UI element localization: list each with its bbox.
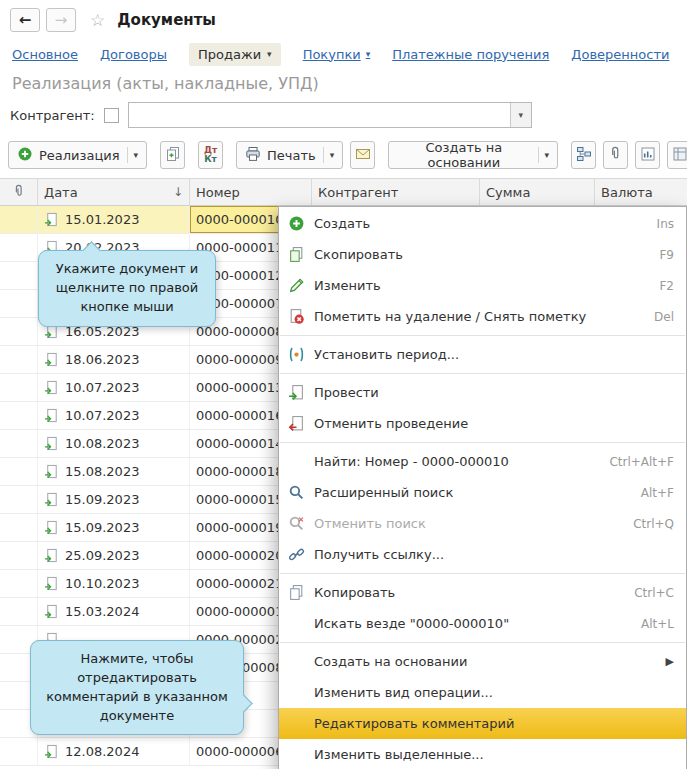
nav-tab-5[interactable]: Платежные поручения	[392, 47, 549, 62]
report-icon	[640, 146, 656, 165]
menu-item-14[interactable]: Получить ссылку...	[279, 539, 686, 570]
menu-item-11[interactable]: Найти: Номер - 0000-000010Ctrl+Alt+F	[279, 446, 686, 477]
date-value: 15.01.2023	[65, 212, 139, 227]
nav-tab-3[interactable]: Продажи▾	[189, 43, 281, 66]
forward-button[interactable]: →	[46, 8, 76, 32]
menu-item-8[interactable]: Провести	[279, 377, 686, 408]
copy-icon	[287, 584, 305, 602]
counterparty-filter-checkbox[interactable]	[104, 108, 119, 123]
sum-column-header[interactable]: Сумма	[480, 179, 595, 205]
back-button[interactable]: ←	[10, 8, 40, 32]
dropdown-arrow-icon: ▾	[538, 147, 550, 163]
date-cell: 10.10.2023	[38, 570, 190, 597]
nav-tab-4[interactable]: Покупки▾	[303, 47, 371, 62]
attachments-button[interactable]	[603, 141, 628, 169]
menu-item-12[interactable]: Расширенный поискAlt+F	[279, 477, 686, 508]
menu-item-4[interactable]: Пометить на удаление / Снять пометкуDel	[279, 301, 686, 332]
counterparty-column-label: Контрагент	[318, 185, 398, 200]
grid-icon	[672, 146, 687, 165]
printer-icon	[245, 146, 261, 165]
counterparty-filter-input[interactable]	[129, 103, 510, 127]
attach-cell	[0, 290, 38, 317]
nav-tab-label: Договоры	[100, 47, 167, 62]
copy-document-button[interactable]	[160, 141, 185, 169]
plus-circle-icon	[287, 215, 305, 233]
email-button[interactable]	[350, 141, 375, 169]
tooltip-select-document-text: Укажите документ и щелкните по правой кн…	[56, 261, 199, 314]
attach-cell	[0, 346, 38, 373]
date-cell: 10.07.2023	[38, 402, 190, 429]
menu-item-16[interactable]: КопироватьCtrl+C	[279, 577, 686, 608]
counterparty-column-header[interactable]: Контрагент	[312, 179, 480, 205]
nav-tab-1[interactable]: Основное	[12, 47, 78, 62]
number-value: 0000-000019	[196, 520, 283, 535]
attach-cell	[0, 206, 38, 233]
menu-item-2[interactable]: СкопироватьF9	[279, 239, 686, 270]
number-value: 0000-000018	[196, 464, 283, 479]
number-value: 0000-000015	[196, 492, 283, 507]
dropdown-arrow-icon: ▾	[366, 49, 371, 59]
section-nav: ОсновноеДоговорыПродажи▾Покупки▾Платежны…	[0, 40, 687, 68]
nav-tab-label: Доверенности	[571, 47, 669, 62]
paperclip-icon	[12, 184, 26, 201]
create-based-on-button[interactable]: Создать на основании ▾	[388, 141, 558, 169]
menu-item-6[interactable]: Установить период...	[279, 339, 686, 370]
currency-column-header[interactable]: Валюта	[595, 179, 687, 205]
posted-document-icon	[44, 212, 59, 227]
attach-column-header[interactable]	[0, 179, 38, 205]
table-header: Дата ↓ Номер Контрагент Сумма Валюта	[0, 178, 687, 206]
menu-item-22[interactable]: Изменить выделенные...	[279, 739, 686, 769]
number-value: 0000-000009	[196, 352, 283, 367]
related-documents-button[interactable]	[571, 141, 596, 169]
menu-item-label: Расширенный поиск	[314, 485, 632, 500]
posted-document-icon	[44, 576, 59, 591]
attach-cell	[0, 402, 38, 429]
date-value: 18.06.2023	[65, 352, 139, 367]
favorite-star-icon[interactable]: ☆	[90, 10, 105, 30]
window-header: ← → ☆ Документы	[0, 0, 687, 40]
menu-item-label: Искать везде "0000-000010"	[314, 616, 632, 631]
page-title: Реализация (акты, накладные, УПД)	[0, 68, 687, 98]
menu-item-17[interactable]: Искать везде "0000-000010"Alt+L	[279, 608, 686, 639]
pencil-icon	[287, 277, 305, 295]
menu-item-20[interactable]: Изменить вид операции...	[279, 677, 686, 708]
menu-item-19[interactable]: Создать на основании▶	[279, 646, 686, 677]
date-column-header[interactable]: Дата ↓	[38, 179, 190, 205]
menu-item-21[interactable]: Редактировать комментарий	[279, 708, 686, 739]
number-value: 0000-000020	[196, 548, 283, 563]
nav-tab-2[interactable]: Договоры	[100, 47, 167, 62]
menu-separator	[280, 335, 685, 336]
menu-shortcut: F9	[659, 248, 674, 262]
menu-shortcut: Ctrl+Alt+F	[609, 455, 674, 469]
menu-shortcut: Ctrl+Q	[633, 517, 674, 531]
no-icon	[287, 746, 305, 764]
number-column-header[interactable]: Номер	[190, 179, 312, 205]
create-realization-button[interactable]: Реализация ▾	[8, 141, 147, 169]
more-commands-button[interactable]	[667, 141, 687, 169]
posted-document-icon	[44, 436, 59, 451]
copy-document-icon	[165, 146, 181, 165]
post-doc-icon	[287, 384, 305, 402]
dtkt-postings-button[interactable]: Дт Кт	[198, 141, 223, 169]
reports-button[interactable]	[635, 141, 660, 169]
menu-item-3[interactable]: ИзменитьF2	[279, 270, 686, 301]
menu-item-1[interactable]: СоздатьIns	[279, 208, 686, 239]
attach-cell	[0, 318, 38, 345]
posted-document-icon	[44, 408, 59, 423]
menu-item-9[interactable]: Отменить проведение	[279, 408, 686, 439]
plus-circle-icon	[17, 146, 33, 165]
print-button[interactable]: Печать ▾	[236, 141, 343, 169]
nav-tab-6[interactable]: Доверенности	[571, 47, 669, 62]
date-cell: 15.01.2023	[38, 206, 190, 233]
delete-mark-icon	[287, 308, 305, 326]
date-value: 15.08.2023	[65, 464, 139, 479]
counterparty-dropdown-button[interactable]: ▾	[510, 103, 531, 127]
dtkt-kt-label: Кт	[204, 155, 217, 164]
posted-document-icon	[44, 520, 59, 535]
dropdown-arrow-icon: ▾	[323, 147, 335, 163]
menu-shortcut: Alt+F	[641, 486, 674, 500]
unpost-doc-icon	[287, 415, 305, 433]
date-cell: 15.08.2023	[38, 458, 190, 485]
nav-tab-label: Продажи	[198, 47, 261, 62]
tooltip-select-document: Укажите документ и щелкните по правой кн…	[38, 250, 216, 327]
